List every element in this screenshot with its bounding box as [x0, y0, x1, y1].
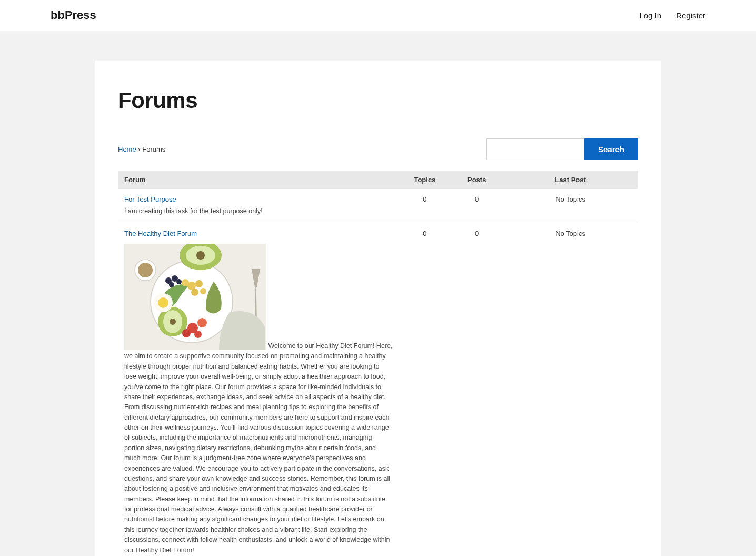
cell-forum: For Test Purpose I am creating this task… — [118, 189, 399, 223]
th-posts: Posts — [451, 171, 503, 189]
nav: Log In Register — [639, 11, 705, 20]
svg-point-22 — [196, 251, 205, 260]
svg-point-24 — [138, 263, 153, 277]
table-row: The Healthy Diet Forum — [118, 223, 638, 556]
breadcrumb-sep: › — [136, 145, 143, 153]
svg-point-4 — [170, 319, 176, 325]
forum-title: For Test Purpose — [124, 195, 393, 203]
forum-title: The Healthy Diet Forum — [124, 230, 393, 237]
breadcrumb: Home › Forums — [118, 145, 165, 153]
forum-desc-rest: a supportive community focused on promot… — [124, 352, 390, 553]
cell-posts: 0 — [451, 223, 503, 556]
svg-point-13 — [182, 279, 189, 286]
th-last-post: Last Post — [503, 171, 638, 189]
svg-point-8 — [197, 318, 207, 327]
svg-point-6 — [158, 297, 168, 308]
cell-last-post: No Topics — [503, 223, 638, 556]
th-forum: Forum — [118, 171, 399, 189]
th-topics: Topics — [399, 171, 451, 189]
site-header: bbPress Log In Register — [0, 0, 756, 31]
forum-title-link[interactable]: The Healthy Diet Forum — [124, 230, 197, 237]
breadcrumb-search-row: Home › Forums Search — [118, 138, 638, 160]
forum-description: Welcome to our Healthy Diet Forum! Here,… — [124, 241, 393, 555]
forum-title-link[interactable]: For Test Purpose — [124, 195, 176, 203]
svg-point-12 — [195, 280, 203, 287]
breadcrumb-current: Forums — [142, 145, 165, 153]
svg-point-14 — [191, 289, 198, 296]
svg-point-15 — [200, 288, 206, 294]
site-title[interactable]: bbPress — [51, 8, 96, 22]
svg-point-18 — [169, 282, 174, 287]
search-block: Search — [486, 138, 638, 160]
nav-login-link[interactable]: Log In — [639, 11, 661, 20]
svg-point-10 — [194, 331, 202, 338]
forum-image — [124, 244, 266, 350]
breadcrumb-home-link[interactable]: Home — [118, 145, 136, 153]
cell-topics: 0 — [399, 189, 451, 223]
nav-register-link[interactable]: Register — [676, 11, 705, 20]
content-inner: Forums Home › Forums Search Forum Topics… — [95, 61, 661, 556]
cell-posts: 0 — [451, 189, 503, 223]
cell-topics: 0 — [399, 223, 451, 556]
svg-point-19 — [176, 279, 182, 284]
table-row: For Test Purpose I am creating this task… — [118, 189, 638, 223]
forum-description: I am creating this task for the test pur… — [124, 206, 393, 216]
svg-point-9 — [182, 329, 191, 337]
table-header-row: Forum Topics Posts Last Post — [118, 171, 638, 189]
header-inner: bbPress Log In Register — [0, 8, 756, 22]
search-button[interactable]: Search — [584, 138, 638, 160]
content-card: Forums Home › Forums Search Forum Topics… — [95, 61, 661, 556]
cell-forum: The Healthy Diet Forum — [118, 223, 399, 556]
healthy-bowl-image-icon — [124, 244, 266, 350]
search-input[interactable] — [486, 138, 584, 160]
page-background: Forums Home › Forums Search Forum Topics… — [0, 31, 756, 556]
page-title: Forums — [118, 88, 638, 113]
cell-last-post: No Topics — [503, 189, 638, 223]
forum-table: Forum Topics Posts Last Post For Test Pu… — [118, 171, 638, 556]
